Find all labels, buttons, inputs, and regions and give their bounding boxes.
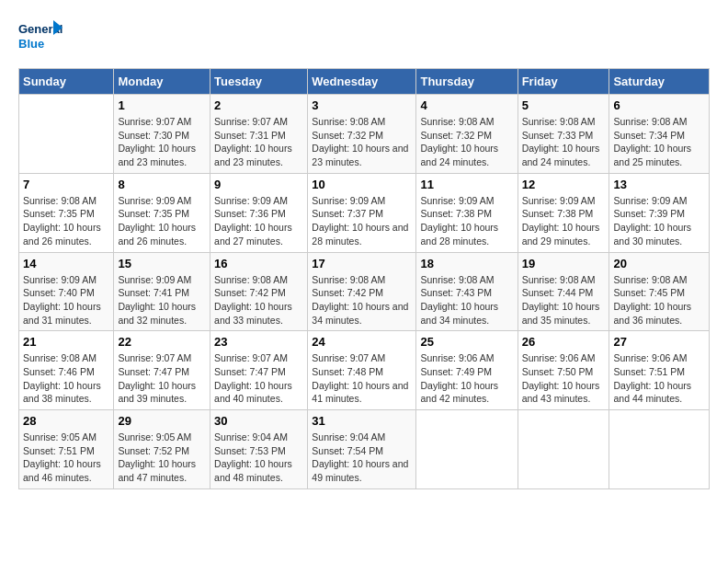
calendar-cell: 2Sunrise: 9:07 AMSunset: 7:31 PMDaylight… xyxy=(210,95,308,174)
day-number: 6 xyxy=(613,98,705,112)
day-number: 31 xyxy=(312,414,412,428)
day-number: 19 xyxy=(522,257,606,270)
day-info: Sunrise: 9:09 AMSunset: 7:40 PMDaylight:… xyxy=(23,273,109,327)
day-info: Sunrise: 9:08 AMSunset: 7:32 PMDaylight:… xyxy=(420,115,513,169)
day-info: Sunrise: 9:09 AMSunset: 7:38 PMDaylight:… xyxy=(522,194,606,248)
day-info: Sunrise: 9:05 AMSunset: 7:52 PMDaylight:… xyxy=(118,431,206,485)
day-number: 18 xyxy=(420,257,513,270)
calendar-cell xyxy=(19,95,114,174)
calendar-cell: 8Sunrise: 9:09 AMSunset: 7:35 PMDaylight… xyxy=(114,173,210,252)
calendar-cell xyxy=(416,410,518,489)
day-number: 13 xyxy=(613,178,705,191)
calendar-cell: 10Sunrise: 9:09 AMSunset: 7:37 PMDayligh… xyxy=(308,173,416,252)
day-number: 20 xyxy=(613,257,705,270)
calendar-cell: 16Sunrise: 9:08 AMSunset: 7:42 PMDayligh… xyxy=(210,252,308,331)
calendar-cell: 20Sunrise: 9:08 AMSunset: 7:45 PMDayligh… xyxy=(609,252,710,331)
page-header: GeneralBlue xyxy=(18,18,710,53)
day-number: 8 xyxy=(118,178,206,191)
day-info: Sunrise: 9:08 AMSunset: 7:35 PMDaylight:… xyxy=(23,194,109,248)
calendar-cell: 1Sunrise: 9:07 AMSunset: 7:30 PMDaylight… xyxy=(114,95,210,174)
day-info: Sunrise: 9:07 AMSunset: 7:47 PMDaylight:… xyxy=(214,351,303,406)
calendar-cell: 11Sunrise: 9:09 AMSunset: 7:38 PMDayligh… xyxy=(416,173,518,252)
day-number: 28 xyxy=(23,414,109,428)
calendar-cell: 29Sunrise: 9:05 AMSunset: 7:52 PMDayligh… xyxy=(114,410,210,489)
calendar-cell: 22Sunrise: 9:07 AMSunset: 7:47 PMDayligh… xyxy=(114,331,210,410)
day-number: 2 xyxy=(214,98,303,112)
calendar-cell: 31Sunrise: 9:04 AMSunset: 7:54 PMDayligh… xyxy=(308,410,416,489)
day-number: 15 xyxy=(118,257,206,270)
calendar-cell: 27Sunrise: 9:06 AMSunset: 7:51 PMDayligh… xyxy=(609,331,710,410)
day-info: Sunrise: 9:08 AMSunset: 7:42 PMDaylight:… xyxy=(214,273,303,327)
day-info: Sunrise: 9:04 AMSunset: 7:53 PMDaylight:… xyxy=(214,431,303,485)
logo: GeneralBlue xyxy=(18,18,64,53)
calendar-cell: 28Sunrise: 9:05 AMSunset: 7:51 PMDayligh… xyxy=(19,410,114,489)
day-number: 27 xyxy=(613,335,705,349)
column-header-saturday: Saturday xyxy=(609,69,710,95)
day-info: Sunrise: 9:08 AMSunset: 7:45 PMDaylight:… xyxy=(613,273,705,327)
calendar-cell: 9Sunrise: 9:09 AMSunset: 7:36 PMDaylight… xyxy=(210,173,308,252)
day-info: Sunrise: 9:06 AMSunset: 7:49 PMDaylight:… xyxy=(420,351,513,406)
calendar-cell: 18Sunrise: 9:08 AMSunset: 7:43 PMDayligh… xyxy=(416,252,518,331)
calendar-table: SundayMondayTuesdayWednesdayThursdayFrid… xyxy=(18,68,710,489)
day-info: Sunrise: 9:09 AMSunset: 7:37 PMDaylight:… xyxy=(312,194,412,248)
day-info: Sunrise: 9:07 AMSunset: 7:30 PMDaylight:… xyxy=(118,115,206,169)
day-number: 24 xyxy=(312,335,412,349)
day-number: 23 xyxy=(214,335,303,349)
calendar-cell: 4Sunrise: 9:08 AMSunset: 7:32 PMDaylight… xyxy=(416,95,518,174)
calendar-cell xyxy=(518,410,609,489)
day-number: 7 xyxy=(23,178,109,191)
day-info: Sunrise: 9:09 AMSunset: 7:38 PMDaylight:… xyxy=(420,194,513,248)
day-number: 21 xyxy=(23,335,109,349)
day-number: 16 xyxy=(214,257,303,270)
calendar-cell: 3Sunrise: 9:08 AMSunset: 7:32 PMDaylight… xyxy=(308,95,416,174)
calendar-cell: 19Sunrise: 9:08 AMSunset: 7:44 PMDayligh… xyxy=(518,252,609,331)
day-number: 22 xyxy=(118,335,206,349)
calendar-cell: 7Sunrise: 9:08 AMSunset: 7:35 PMDaylight… xyxy=(19,173,114,252)
day-info: Sunrise: 9:04 AMSunset: 7:54 PMDaylight:… xyxy=(312,431,412,485)
day-info: Sunrise: 9:08 AMSunset: 7:34 PMDaylight:… xyxy=(613,115,705,169)
day-info: Sunrise: 9:08 AMSunset: 7:32 PMDaylight:… xyxy=(312,115,412,169)
column-header-wednesday: Wednesday xyxy=(308,69,416,95)
day-info: Sunrise: 9:06 AMSunset: 7:50 PMDaylight:… xyxy=(522,351,606,406)
calendar-cell: 17Sunrise: 9:08 AMSunset: 7:42 PMDayligh… xyxy=(308,252,416,331)
day-info: Sunrise: 9:08 AMSunset: 7:33 PMDaylight:… xyxy=(522,115,606,169)
calendar-cell: 6Sunrise: 9:08 AMSunset: 7:34 PMDaylight… xyxy=(609,95,710,174)
day-number: 29 xyxy=(118,414,206,428)
day-number: 10 xyxy=(312,178,412,191)
day-info: Sunrise: 9:09 AMSunset: 7:36 PMDaylight:… xyxy=(214,194,303,248)
day-info: Sunrise: 9:09 AMSunset: 7:39 PMDaylight:… xyxy=(613,194,705,248)
calendar-cell: 13Sunrise: 9:09 AMSunset: 7:39 PMDayligh… xyxy=(609,173,710,252)
day-info: Sunrise: 9:08 AMSunset: 7:43 PMDaylight:… xyxy=(420,273,513,327)
day-info: Sunrise: 9:08 AMSunset: 7:44 PMDaylight:… xyxy=(522,273,606,327)
day-info: Sunrise: 9:06 AMSunset: 7:51 PMDaylight:… xyxy=(613,351,705,406)
day-number: 9 xyxy=(214,178,303,191)
day-number: 17 xyxy=(312,257,412,270)
calendar-cell: 14Sunrise: 9:09 AMSunset: 7:40 PMDayligh… xyxy=(19,252,114,331)
day-number: 1 xyxy=(118,98,206,112)
calendar-cell: 30Sunrise: 9:04 AMSunset: 7:53 PMDayligh… xyxy=(210,410,308,489)
calendar-cell: 21Sunrise: 9:08 AMSunset: 7:46 PMDayligh… xyxy=(19,331,114,410)
svg-text:Blue: Blue xyxy=(18,37,44,51)
day-info: Sunrise: 9:09 AMSunset: 7:41 PMDaylight:… xyxy=(118,273,206,327)
day-number: 12 xyxy=(522,178,606,191)
day-number: 30 xyxy=(214,414,303,428)
day-number: 25 xyxy=(420,335,513,349)
day-info: Sunrise: 9:05 AMSunset: 7:51 PMDaylight:… xyxy=(23,431,109,485)
day-number: 11 xyxy=(420,178,513,191)
day-number: 3 xyxy=(312,98,412,112)
column-header-thursday: Thursday xyxy=(416,69,518,95)
column-header-friday: Friday xyxy=(518,69,609,95)
column-header-monday: Monday xyxy=(114,69,210,95)
calendar-cell: 23Sunrise: 9:07 AMSunset: 7:47 PMDayligh… xyxy=(210,331,308,410)
day-info: Sunrise: 9:07 AMSunset: 7:47 PMDaylight:… xyxy=(118,351,206,406)
day-info: Sunrise: 9:08 AMSunset: 7:46 PMDaylight:… xyxy=(23,351,109,406)
column-header-sunday: Sunday xyxy=(19,69,114,95)
day-number: 26 xyxy=(522,335,606,349)
day-number: 4 xyxy=(420,98,513,112)
day-info: Sunrise: 9:07 AMSunset: 7:48 PMDaylight:… xyxy=(312,351,412,406)
calendar-cell xyxy=(609,410,710,489)
day-number: 14 xyxy=(23,257,109,270)
day-number: 5 xyxy=(522,98,606,112)
calendar-cell: 26Sunrise: 9:06 AMSunset: 7:50 PMDayligh… xyxy=(518,331,609,410)
calendar-cell: 25Sunrise: 9:06 AMSunset: 7:49 PMDayligh… xyxy=(416,331,518,410)
